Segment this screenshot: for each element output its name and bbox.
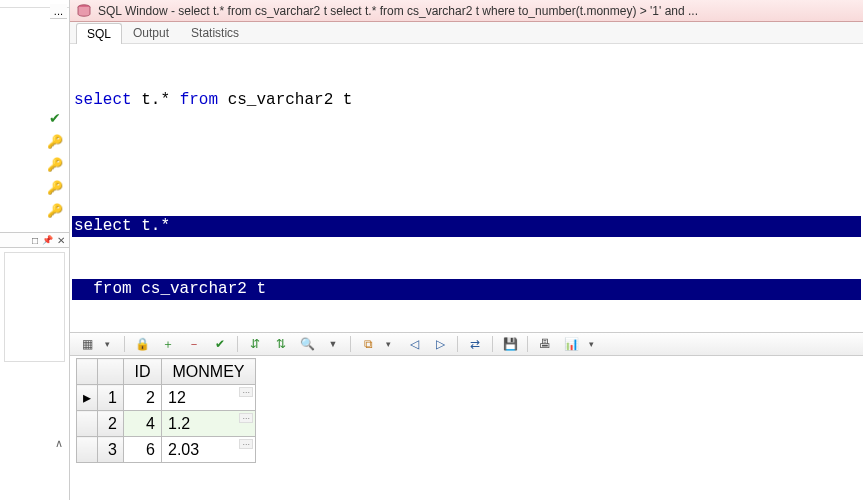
- cell-monmey[interactable]: 1.2···: [162, 411, 256, 437]
- key-grey-icon[interactable]: 🔑: [47, 203, 63, 218]
- grid-menu-icon[interactable]: ▦: [78, 335, 96, 353]
- sort-asc-icon[interactable]: ⇵: [246, 335, 264, 353]
- cell-editor-button[interactable]: ···: [239, 439, 253, 449]
- key-grey-icon[interactable]: 🔑: [47, 180, 63, 195]
- column-resize-handle[interactable]: [251, 359, 257, 384]
- toolbar-separator: [492, 336, 493, 352]
- left-icon-stack: ✔ 🔑 🔑 🔑 🔑: [47, 110, 63, 218]
- table-row[interactable]: 3 6 2.03···: [77, 437, 256, 463]
- panel-controls: □ 📌 ✕: [0, 232, 69, 248]
- commit-icon[interactable]: ✔: [211, 335, 229, 353]
- dropdown-icon[interactable]: ▾: [98, 335, 116, 353]
- cell-editor-button[interactable]: ···: [239, 387, 253, 397]
- window-titlebar: SQL Window - select t.* from cs_varchar2…: [70, 0, 863, 22]
- chart-icon[interactable]: 📊: [562, 335, 580, 353]
- window-title: SQL Window - select t.* from cs_varchar2…: [98, 4, 698, 18]
- results-toolbar: ▦ ▾ 🔒 ＋ － ✔ ⇵ ⇅ 🔍 ▼ ⧉ ▾ ◁ ▷ ⇄ 💾 🖶 📊 ▾: [70, 332, 863, 356]
- tab-sql[interactable]: SQL: [76, 23, 122, 44]
- link-icon[interactable]: ⇄: [466, 335, 484, 353]
- editor-tabs: SQL Output Statistics: [70, 22, 863, 44]
- toolbar-separator: [527, 336, 528, 352]
- results-grid[interactable]: ID MONMEY ▸ 1 2 12··· 2 4 1.2···: [76, 358, 256, 463]
- row-number: 2: [98, 411, 124, 437]
- table-row[interactable]: 2 4 1.2···: [77, 411, 256, 437]
- cell-editor-button[interactable]: ···: [239, 413, 253, 423]
- tab-statistics[interactable]: Statistics: [180, 22, 250, 43]
- dropdown-icon[interactable]: ▾: [379, 335, 397, 353]
- sql-window-icon: [76, 3, 92, 19]
- main-area: SQL Window - select t.* from cs_varchar2…: [70, 0, 863, 500]
- filter-icon[interactable]: ▼: [324, 335, 342, 353]
- copy-icon[interactable]: ⧉: [359, 335, 377, 353]
- cell-monmey[interactable]: 12···: [162, 385, 256, 411]
- toolbar-separator: [350, 336, 351, 352]
- row-number-header: [98, 359, 124, 385]
- sort-desc-icon[interactable]: ⇅: [272, 335, 290, 353]
- left-sidebar: ... ✔ 🔑 🔑 🔑 🔑 □ 📌 ✕ ∧: [0, 0, 70, 500]
- key-gold-icon[interactable]: 🔑: [47, 134, 63, 149]
- next-icon[interactable]: ▷: [431, 335, 449, 353]
- sql-editor[interactable]: select t.* from cs_varchar2 t select t.*…: [70, 44, 863, 332]
- current-row-indicator-icon: ▸: [77, 385, 98, 411]
- toolbar-separator: [457, 336, 458, 352]
- cell-id[interactable]: 6: [124, 437, 162, 463]
- row-indicator: [77, 411, 98, 437]
- add-row-icon[interactable]: ＋: [159, 335, 177, 353]
- delete-row-icon[interactable]: －: [185, 335, 203, 353]
- column-header-monmey[interactable]: MONMEY: [162, 359, 256, 385]
- column-header-id[interactable]: ID: [124, 359, 162, 385]
- results-grid-wrap: ID MONMEY ▸ 1 2 12··· 2 4 1.2···: [70, 356, 863, 465]
- row-indicator-header: [77, 359, 98, 385]
- sql-selection: select t.*: [72, 216, 861, 237]
- cell-id[interactable]: 2: [124, 385, 162, 411]
- key-grey-icon[interactable]: 🔑: [47, 157, 63, 172]
- sql-selection: from cs_varchar2 t: [72, 279, 861, 300]
- left-inner-panel: [4, 252, 65, 362]
- close-icon[interactable]: ✕: [57, 235, 65, 246]
- sql-keyword: from: [180, 91, 218, 109]
- sql-text: cs_varchar2 t: [218, 91, 352, 109]
- save-icon[interactable]: 💾: [501, 335, 519, 353]
- print-icon[interactable]: 🖶: [536, 335, 554, 353]
- table-row[interactable]: ▸ 1 2 12···: [77, 385, 256, 411]
- row-indicator: [77, 437, 98, 463]
- find-icon[interactable]: 🔍: [298, 335, 316, 353]
- toolbar-separator: [124, 336, 125, 352]
- prev-icon[interactable]: ◁: [405, 335, 423, 353]
- cell-monmey[interactable]: 2.03···: [162, 437, 256, 463]
- left-panel-tab[interactable]: ...: [50, 4, 67, 19]
- cell-id[interactable]: 4: [124, 411, 162, 437]
- tab-output[interactable]: Output: [122, 22, 180, 43]
- row-number: 3: [98, 437, 124, 463]
- dropdown-icon[interactable]: ▾: [582, 335, 600, 353]
- sql-text: t.*: [132, 91, 180, 109]
- collapse-arrow-icon[interactable]: ∧: [55, 437, 63, 450]
- toolbar-separator: [237, 336, 238, 352]
- dock-icon[interactable]: □: [32, 235, 38, 246]
- check-icon[interactable]: ✔: [49, 110, 61, 126]
- pin-icon[interactable]: 📌: [42, 235, 53, 245]
- sql-keyword: select: [74, 91, 132, 109]
- row-number: 1: [98, 385, 124, 411]
- lock-icon[interactable]: 🔒: [133, 335, 151, 353]
